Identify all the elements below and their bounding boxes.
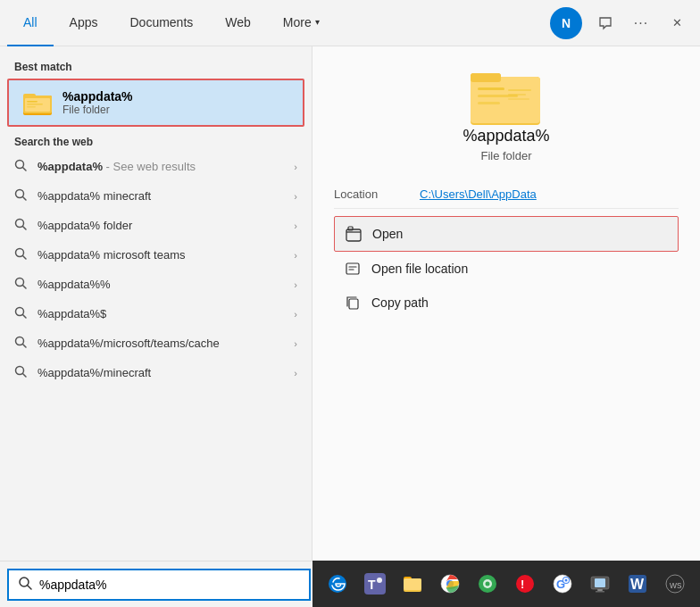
taskbar-explorer[interactable] bbox=[396, 568, 429, 600]
taskbar-remote[interactable] bbox=[584, 568, 616, 600]
search-icon bbox=[14, 365, 29, 380]
open-action[interactable]: Open bbox=[334, 216, 679, 252]
user-avatar[interactable]: N bbox=[550, 7, 582, 39]
chevron-right-icon: › bbox=[294, 191, 297, 202]
chevron-right-icon: › bbox=[294, 250, 297, 261]
result-text: %appdata% - See web results bbox=[38, 160, 285, 173]
svg-rect-4 bbox=[27, 101, 38, 103]
svg-text:T: T bbox=[368, 578, 376, 592]
svg-rect-26 bbox=[471, 73, 501, 82]
svg-text:W: W bbox=[630, 577, 645, 592]
copy-path-action[interactable]: Copy path bbox=[334, 286, 679, 320]
chevron-right-icon: › bbox=[294, 309, 297, 320]
best-match-title: %appdata% bbox=[62, 89, 133, 104]
taskbar-teams[interactable]: T bbox=[359, 568, 391, 600]
svg-point-57 bbox=[565, 579, 568, 582]
search-input[interactable] bbox=[39, 578, 300, 592]
location-label: Location bbox=[334, 187, 405, 201]
svg-rect-32 bbox=[508, 98, 529, 100]
open-file-location-action[interactable]: Open file location bbox=[334, 252, 679, 286]
folder-name: %appdata% bbox=[462, 127, 549, 146]
taskbar-chrome1[interactable] bbox=[434, 568, 466, 600]
svg-line-22 bbox=[23, 374, 27, 378]
open-label: Open bbox=[372, 227, 403, 241]
close-icon: ✕ bbox=[672, 16, 682, 29]
list-item[interactable]: %appdata% minecraft › bbox=[0, 181, 312, 211]
search-bar-icon bbox=[18, 576, 32, 593]
svg-text:!: ! bbox=[521, 578, 524, 591]
open-file-location-label: Open file location bbox=[371, 262, 468, 276]
close-button[interactable]: ✕ bbox=[661, 7, 693, 39]
svg-rect-45 bbox=[404, 578, 421, 590]
chevron-right-icon: › bbox=[294, 338, 297, 349]
taskbar-google[interactable]: G bbox=[546, 568, 579, 600]
search-icon bbox=[14, 159, 29, 174]
search-icon bbox=[14, 247, 29, 262]
main-area: Best match %appdata% File folder Search … bbox=[0, 46, 700, 561]
more-options-button[interactable]: ··· bbox=[625, 7, 657, 39]
copy-path-label: Copy path bbox=[371, 295, 429, 310]
search-web-label: Search the web bbox=[0, 127, 312, 152]
feedback-button[interactable] bbox=[589, 7, 621, 39]
svg-rect-60 bbox=[597, 589, 603, 591]
search-icon bbox=[14, 306, 29, 321]
best-match-label: Best match bbox=[0, 57, 312, 79]
list-item[interactable]: %appdata% - See web results › bbox=[0, 152, 312, 181]
chevron-down-icon: ▾ bbox=[315, 17, 320, 27]
list-item[interactable]: %appdata%$ › bbox=[0, 299, 312, 328]
svg-text:ws: ws bbox=[669, 579, 682, 590]
svg-line-16 bbox=[23, 286, 27, 289]
result-text: %appdata% folder bbox=[38, 219, 285, 232]
chevron-right-icon: › bbox=[294, 279, 297, 290]
tab-documents[interactable]: Documents bbox=[113, 0, 209, 46]
tab-apps[interactable]: Apps bbox=[54, 0, 114, 46]
window-controls: N ··· ✕ bbox=[550, 7, 693, 39]
result-text: %appdata%$ bbox=[38, 307, 285, 320]
svg-rect-33 bbox=[346, 229, 361, 241]
best-match-item[interactable]: %appdata% File folder bbox=[7, 79, 304, 127]
result-text: %appdata% microsoft teams bbox=[38, 248, 285, 262]
taskbar-word[interactable]: W bbox=[621, 568, 654, 600]
right-panel: %appdata% File folder Location C:\Users\… bbox=[312, 46, 700, 561]
taskbar-chrome2[interactable] bbox=[471, 568, 504, 600]
folder-preview: %appdata% File folder bbox=[334, 64, 679, 162]
svg-point-51 bbox=[516, 575, 534, 593]
search-icon bbox=[14, 218, 29, 233]
folder-type: File folder bbox=[480, 149, 531, 162]
list-item[interactable]: %appdata%/microsoft/teams/cache › bbox=[0, 328, 312, 358]
best-match-subtitle: File folder bbox=[62, 104, 133, 116]
list-item[interactable]: %appdata% microsoft teams › bbox=[0, 240, 312, 270]
svg-line-14 bbox=[23, 256, 27, 260]
action-list: Open Open file location bbox=[334, 216, 679, 320]
search-icon bbox=[14, 188, 29, 204]
list-item[interactable]: %appdata% folder › bbox=[0, 211, 312, 240]
tab-web[interactable]: Web bbox=[209, 0, 267, 46]
svg-point-50 bbox=[486, 582, 490, 586]
open-file-location-icon bbox=[345, 261, 361, 277]
taskbar-edge[interactable] bbox=[321, 568, 354, 600]
svg-line-38 bbox=[28, 586, 31, 589]
svg-rect-29 bbox=[478, 102, 500, 104]
best-match-text: %appdata% File folder bbox=[62, 89, 133, 116]
left-panel: Best match %appdata% File folder Search … bbox=[0, 46, 312, 561]
svg-point-42 bbox=[377, 578, 382, 583]
location-value[interactable]: C:\Users\Dell\AppData bbox=[420, 187, 537, 201]
taskbar-notification[interactable]: ! bbox=[509, 568, 541, 600]
svg-line-20 bbox=[23, 345, 27, 348]
result-text: %appdata%/minecraft bbox=[38, 366, 285, 379]
top-nav: All Apps Documents Web More ▾ N ··· ✕ bbox=[0, 0, 700, 46]
chevron-right-icon: › bbox=[294, 162, 297, 172]
list-item[interactable]: %appdata%/minecraft › bbox=[0, 358, 312, 387]
list-item[interactable]: %appdata%% › bbox=[0, 270, 312, 299]
bottom-bar: T bbox=[0, 561, 700, 607]
svg-rect-5 bbox=[27, 104, 43, 105]
search-bar[interactable] bbox=[7, 569, 311, 601]
result-text: %appdata% minecraft bbox=[38, 189, 285, 203]
info-row: Location C:\Users\Dell\AppData bbox=[334, 180, 679, 209]
svg-rect-25 bbox=[471, 77, 540, 123]
folder-icon-large bbox=[471, 64, 542, 127]
svg-rect-27 bbox=[478, 87, 504, 90]
tab-all[interactable]: All bbox=[7, 0, 54, 46]
tab-more[interactable]: More ▾ bbox=[267, 0, 336, 46]
chevron-right-icon: › bbox=[294, 220, 297, 231]
